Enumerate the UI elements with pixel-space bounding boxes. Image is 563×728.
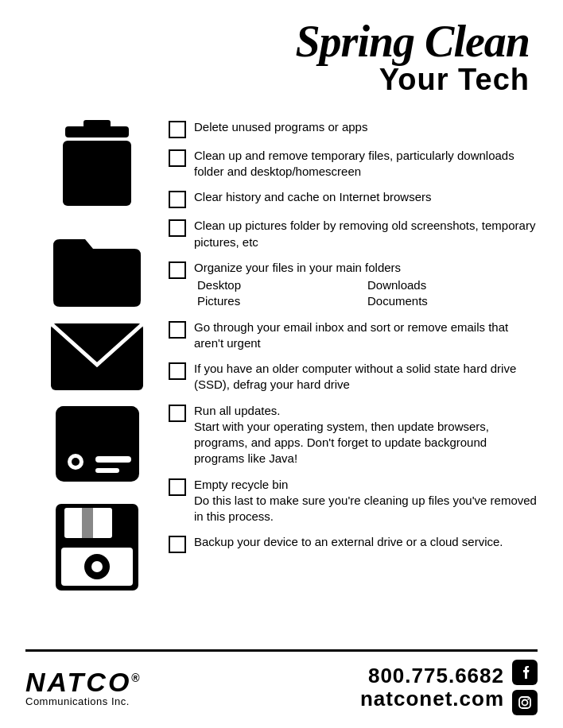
main-content: Delete unused programs or apps Clean up … — [25, 111, 538, 638]
title-your-tech: Your Tech — [25, 64, 530, 97]
svg-rect-8 — [95, 456, 131, 463]
svg-point-18 — [527, 699, 529, 700]
item-text-6: Go through your email inbox and sort or … — [194, 319, 538, 352]
item-text-1: Delete unused programs or apps — [194, 119, 538, 135]
item-text-2: Clean up and remove temporary files, par… — [194, 148, 538, 180]
svg-rect-2 — [63, 141, 131, 206]
checklist-item-2: Clean up and remove temporary files, par… — [169, 143, 538, 185]
item-text-8: Run all updates.Start with your operatin… — [194, 403, 538, 467]
checkbox-1[interactable] — [169, 121, 186, 138]
footer-contact-details: 800.775.6682 natconet.com — [360, 664, 504, 710]
footer-website: natconet.com — [360, 687, 504, 711]
footer-brand: NATCO® Communications Inc. — [25, 668, 142, 707]
footer-contact: 800.775.6682 natconet.com — [360, 660, 538, 715]
checkbox-9[interactable] — [169, 478, 186, 496]
natco-logo: NATCO® — [25, 668, 142, 695]
checklist-item-9: Empty recycle binDo this last to make su… — [169, 472, 538, 530]
checklist-item-7: If you have an older computer without a … — [169, 356, 538, 398]
page: Spring Clean Your Tech — [0, 0, 563, 728]
folder-icon — [49, 218, 145, 321]
checkbox-5[interactable] — [169, 261, 186, 279]
natco-text: NATCO — [25, 667, 131, 697]
svg-rect-12 — [82, 508, 93, 538]
footer-phone: 800.775.6682 — [368, 664, 504, 687]
header: Spring Clean Your Tech — [25, 19, 538, 97]
svg-rect-9 — [95, 468, 119, 473]
footer: NATCO® Communications Inc. 800.775.6682 … — [25, 649, 538, 715]
svg-rect-5 — [56, 406, 139, 430]
trademark-symbol: ® — [131, 671, 141, 683]
item-text-10: Backup your device to an external drive … — [194, 534, 538, 550]
checkbox-10[interactable] — [169, 536, 186, 553]
icons-column — [25, 111, 169, 638]
facebook-icon — [512, 660, 538, 685]
item-text-4: Clean up pictures folder by removing old… — [194, 218, 538, 250]
checklist-item-1: Delete unused programs or apps — [169, 114, 538, 143]
checkbox-7[interactable] — [169, 362, 186, 380]
checklist-item-6: Go through your email inbox and sort or … — [169, 315, 538, 357]
folder-grid-item-desktop: Desktop — [197, 277, 367, 293]
checklist-item-5: Organize your files in your main folders… — [169, 255, 538, 315]
natco-subtitle: Communications Inc. — [25, 695, 130, 707]
folder-grid-item-downloads: Downloads — [367, 277, 538, 293]
hard-drive-icon — [52, 393, 143, 496]
svg-point-17 — [522, 700, 528, 706]
svg-point-7 — [72, 458, 80, 466]
checkbox-8[interactable] — [169, 405, 186, 422]
folder-grid-item-documents: Documents — [367, 293, 538, 309]
trash-icon — [53, 114, 141, 218]
folder-grid: Desktop Downloads Pictures Documents — [194, 277, 538, 310]
svg-point-15 — [91, 561, 103, 572]
item-text-7: If you have an older computer without a … — [194, 361, 538, 393]
checklist-item-3: Clear history and cache on Internet brow… — [169, 184, 538, 213]
checkbox-3[interactable] — [169, 191, 186, 208]
checkbox-2[interactable] — [169, 149, 186, 167]
checkbox-4[interactable] — [169, 219, 186, 237]
instagram-icon — [512, 690, 538, 715]
checklist-item-10: Backup your device to an external drive … — [169, 529, 538, 558]
email-icon — [49, 321, 145, 393]
title-spring-clean: Spring Clean — [25, 19, 530, 64]
checklist-item-8: Run all updates.Start with your operatin… — [169, 398, 538, 472]
floppy-disk-icon — [53, 496, 141, 599]
svg-rect-1 — [83, 120, 111, 128]
checklist-item-4: Clean up pictures folder by removing old… — [169, 213, 538, 255]
item-text-9: Empty recycle binDo this last to make su… — [194, 477, 538, 525]
checklist-column: Delete unused programs or apps Clean up … — [169, 111, 538, 638]
folder-grid-item-pictures: Pictures — [197, 293, 367, 309]
footer-social-icons — [512, 660, 538, 715]
item-text-5: Organize your files in your main folders… — [194, 260, 538, 310]
checkbox-6[interactable] — [169, 321, 186, 339]
svg-rect-0 — [65, 126, 129, 137]
item-text-3: Clear history and cache on Internet brow… — [194, 189, 538, 205]
